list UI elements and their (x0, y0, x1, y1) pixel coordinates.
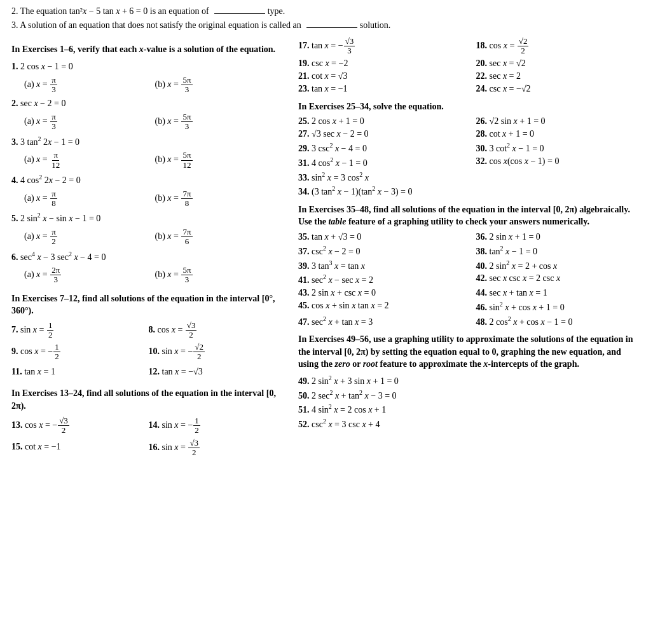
page-container: 2. The equation tan²x − 5 tan x + 6 = 0 … (11, 6, 635, 460)
fill-line-3: 3. A solution of an equation that does n… (11, 20, 635, 31)
section-header-7-12: In Exercises 7–12, find all solutions of… (11, 292, 285, 317)
exercise-6-subs: (a) x = 2π3 (b) x = 5π3 (24, 266, 285, 285)
exercise-4: 4. 4 cos2 2x − 2 = 0 (11, 172, 285, 187)
main-content: In Exercises 1–6, verify that each x-val… (11, 37, 635, 460)
exercise-5-subs: (a) x = π2 (b) x = 7π6 (24, 228, 285, 247)
exercises-31-32: 31. 4 cos2 x − 1 = 0 32. cos x(cos x − 1… (298, 156, 635, 168)
exercises-19-20: 19. csc x = −2 20. sec x = √2 (298, 58, 635, 69)
exercise-49: 49. 2 sin2 x + 3 sin x + 1 = 0 (298, 374, 635, 387)
exercises-45-46: 45. cos x + sin x tan x = 2 46. sin2 x +… (298, 301, 635, 313)
exercises-43-44: 43. 2 sin x + csc x = 0 44. sec x + tan … (298, 288, 635, 298)
exercise-6: 6. sec4 x − 3 sec2 x − 4 = 0 (11, 249, 285, 264)
exercise-1-subs: (a) x = π3 (b) x = 5π3 (24, 76, 285, 95)
exercise-34: 34. (3 tan2 x − 1)(tan2 x − 3) = 0 (298, 185, 635, 197)
exercise-3-subs: (a) x = π12 (b) x = 5π12 (24, 151, 285, 170)
exercises-11-12: 11. tan x = 1 12. tan x = −√3 (11, 364, 285, 380)
exercises-7-8: 7. sin x = 12 8. cos x = √32 (11, 321, 285, 340)
exercises-35-36: 35. tan x + √3 = 0 36. 2 sin x + 1 = 0 (298, 232, 635, 242)
right-column: 17. tan x = −√33 18. cos x = √22 19. csc… (292, 37, 635, 460)
exercise-3: 3. 3 tan2 2x − 1 = 0 (11, 134, 285, 149)
section-header-35-48: In Exercises 35–48, find all solutions o… (298, 203, 635, 228)
exercise-52: 52. csc2 x = 3 csc x + 4 (298, 418, 635, 430)
exercises-23-24: 23. tan x = −1 24. csc x = −√2 (298, 84, 635, 94)
exercise-51: 51. 4 sin2 x = 2 cos x + 1 (298, 403, 635, 415)
exercises-13-14: 13. cos x = −√32 14. sin x = −12 (11, 416, 285, 435)
exercises-25-26: 25. 2 cos x + 1 = 0 26. √2 sin x + 1 = 0 (298, 116, 635, 127)
fill-line-2: 2. The equation tan²x − 5 tan x + 6 = 0 … (11, 6, 635, 17)
exercise-2-subs: (a) x = π3 (b) x = 5π3 (24, 113, 285, 132)
exercises-27-28: 27. √3 sec x − 2 = 0 28. cot x + 1 = 0 (298, 129, 635, 139)
exercise-2: 2. sec x − 2 = 0 (11, 97, 285, 110)
exercises-9-10: 9. cos x = −12 10. sin x = −√22 (11, 343, 285, 362)
exercise-4-subs: (a) x = π8 (b) x = 7π8 (24, 189, 285, 209)
section-header-49-56: In Exercises 49–56, use a graphing utili… (298, 333, 635, 371)
exercises-39-40: 39. 3 tan3 x = tan x 40. 2 sin2 x = 2 + … (298, 259, 635, 271)
exercise-33: 33. sin2 x = 3 cos2 x (298, 171, 635, 183)
exercises-21-22: 21. cot x = √3 22. sec x = 2 (298, 71, 635, 81)
section-header-1-6: In Exercises 1–6, verify that each x-val… (11, 43, 285, 56)
section-header-13-24: In Exercises 13–24, find all solutions o… (11, 387, 285, 412)
exercise-50: 50. 2 sec2 x + tan2 x − 3 = 0 (298, 389, 635, 401)
section-header-25-34: In Exercises 25–34, solve the equation. (298, 100, 635, 113)
exercises-37-38: 37. csc2 x − 2 = 0 38. tan2 x − 1 = 0 (298, 245, 635, 257)
left-column: In Exercises 1–6, verify that each x-val… (11, 37, 292, 460)
exercise-1: 1. 2 cos x − 1 = 0 (11, 60, 285, 73)
exercises-47-48: 47. sec2 x + tan x = 3 48. 2 cos2 x + co… (298, 315, 635, 327)
exercises-29-30: 29. 3 csc2 x − 4 = 0 30. 3 cot2 x − 1 = … (298, 142, 635, 154)
exercises-15-16: 15. cot x = −1 16. sin x = √32 (11, 439, 285, 458)
exercise-5: 5. 2 sin2 x − sin x − 1 = 0 (11, 210, 285, 225)
exercises-41-42: 41. sec2 x − sec x = 2 42. sec x csc x =… (298, 273, 635, 285)
exercises-17-18: 17. tan x = −√33 18. cos x = √22 (298, 37, 635, 56)
